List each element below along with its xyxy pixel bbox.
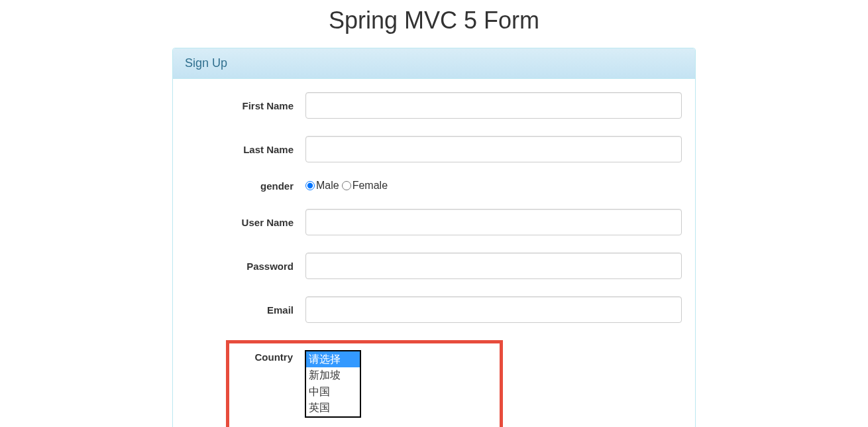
country-highlight-box: Country 请选择 新加坡 中国 英国: [226, 340, 503, 427]
panel-heading: Sign Up: [173, 48, 695, 79]
user-name-label: User Name: [186, 217, 305, 228]
email-label: Email: [186, 304, 305, 316]
country-option-3[interactable]: 英国: [306, 400, 360, 416]
gender-female-text: Female: [353, 180, 388, 192]
country-option-1[interactable]: 新加坡: [306, 367, 360, 383]
gender-male-text: Male: [316, 180, 339, 192]
country-option-0[interactable]: 请选择: [306, 351, 360, 367]
last-name-label: Last Name: [186, 144, 305, 155]
gender-label: gender: [186, 180, 305, 192]
first-name-input[interactable]: [305, 92, 682, 119]
country-group: Country 请选择 新加坡 中国 英国: [229, 347, 500, 418]
password-group: Password: [186, 253, 682, 279]
user-name-input[interactable]: [305, 209, 682, 235]
page-title: Spring MVC 5 Form: [0, 7, 868, 34]
password-label: Password: [186, 261, 305, 272]
gender-male-radio[interactable]: [305, 181, 315, 190]
gender-female-radio[interactable]: [342, 181, 351, 190]
user-name-group: User Name: [186, 209, 682, 235]
gender-male-label[interactable]: Male: [305, 180, 339, 192]
gender-radio-group: Male Female: [305, 180, 390, 192]
panel-body: First Name Last Name gender Male Female …: [173, 79, 695, 427]
email-input[interactable]: [305, 296, 682, 323]
country-select[interactable]: 请选择 新加坡 中国 英国: [305, 350, 361, 418]
first-name-label: First Name: [186, 100, 305, 111]
country-label: Country: [229, 350, 305, 363]
email-group: Email: [186, 296, 682, 323]
gender-group: gender Male Female: [186, 180, 682, 192]
last-name-group: Last Name: [186, 136, 682, 162]
gender-female-label[interactable]: Female: [342, 180, 388, 192]
first-name-group: First Name: [186, 92, 682, 119]
country-option-2[interactable]: 中国: [306, 384, 360, 400]
password-input[interactable]: [305, 253, 682, 279]
signup-panel: Sign Up First Name Last Name gender Male…: [172, 48, 696, 427]
last-name-input[interactable]: [305, 136, 682, 162]
